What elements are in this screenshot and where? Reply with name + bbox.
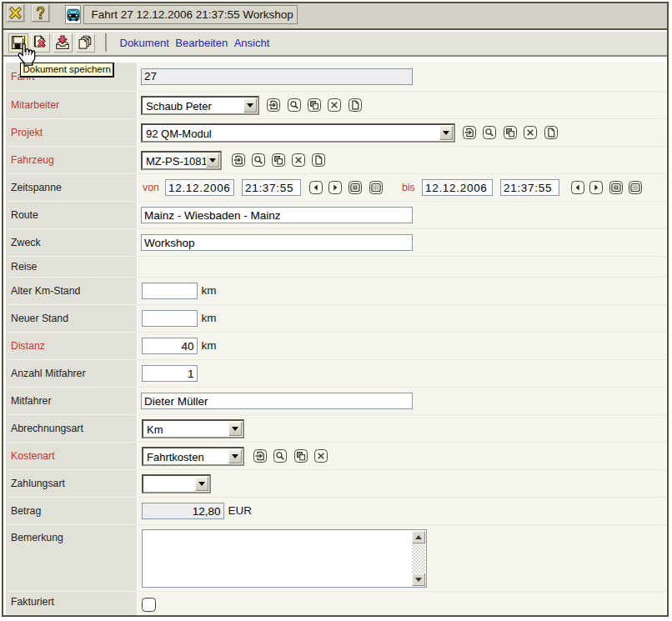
document-window: Fahrt 27 12.12.2006 21:37:55 Workshop Do…: [2, 2, 669, 617]
calendar-today-icon: [350, 183, 360, 193]
mitarbeiter-copy-button[interactable]: [308, 98, 321, 112]
von-prev-day-button[interactable]: [309, 181, 323, 194]
kostenart-select[interactable]: Fahrtkosten: [142, 447, 244, 466]
abrechnungsart-select[interactable]: Km: [142, 419, 244, 438]
search-icon: [275, 451, 285, 461]
fakturiert-checkbox[interactable]: [142, 598, 156, 612]
scroll-down-button[interactable]: [412, 573, 425, 586]
bis-calendar-button[interactable]: [629, 181, 642, 194]
fahrzeug-selected-value: MZ-PS-1081: [146, 154, 208, 168]
form-row-fahrzeug: Fahrzeug MZ-PS-1081: [3, 146, 667, 173]
fahrt-nummer-field: [141, 68, 413, 85]
new-document-icon: [313, 155, 323, 165]
bis-zeit-field[interactable]: [500, 179, 559, 196]
menu-bearbeiten[interactable]: Bearbeiten: [175, 37, 228, 49]
kostenart-clear-button[interactable]: [314, 449, 328, 463]
fakturiert-label: Fakturiert: [11, 596, 54, 608]
bis-today-button[interactable]: [609, 181, 623, 194]
menu-ansicht[interactable]: Ansicht: [234, 37, 270, 49]
chevron-down-icon: [232, 454, 238, 458]
field-cell: km: [138, 304, 665, 332]
scrollbar-track[interactable]: [412, 531, 425, 586]
label-cell: Neuer Stand: [6, 304, 137, 332]
von-calendar-button[interactable]: [369, 181, 383, 194]
mitarbeiter-search-button[interactable]: [288, 98, 301, 112]
kostenart-copy-button[interactable]: [294, 449, 308, 463]
alter-km-stand-label: Alter Km-Stand: [11, 285, 80, 297]
projekt-search-button[interactable]: [483, 126, 496, 139]
projekt-selected-value: 92 QM-Modul: [146, 127, 212, 141]
alter-km-stand-field[interactable]: [142, 283, 198, 299]
von-next-day-button[interactable]: [328, 181, 342, 194]
label-cell: Anzahl Mitfahrer: [6, 359, 137, 387]
route-field[interactable]: [141, 207, 413, 223]
mitarbeiter-dropdown-button[interactable]: [243, 98, 257, 113]
zahlungsart-select[interactable]: [142, 474, 211, 493]
help-button[interactable]: [32, 4, 49, 22]
projekt-select[interactable]: 92 QM-Modul: [141, 123, 455, 143]
von-datum-field[interactable]: [165, 179, 234, 196]
fahrzeug-dropdown-button[interactable]: [206, 153, 219, 168]
bis-datum-field[interactable]: [422, 179, 493, 196]
von-zeit-field[interactable]: [242, 179, 301, 196]
kostenart-search-button[interactable]: [273, 449, 287, 463]
field-cell: [138, 201, 665, 228]
arrow-left-icon: [573, 183, 583, 193]
close-x-icon: [8, 6, 23, 20]
projekt-newdoc-button[interactable]: [544, 126, 558, 139]
field-cell: von bis: [138, 173, 665, 201]
mitarbeiter-goto-button[interactable]: [267, 98, 280, 112]
distanz-field[interactable]: [142, 338, 198, 354]
label-cell: Betrag: [6, 497, 137, 524]
fahrzeug-clear-button[interactable]: [292, 153, 305, 167]
projekt-copy-button[interactable]: [504, 126, 517, 139]
window-title: Fahrt 27 12.12.2006 21:37:55 Workshop: [84, 6, 297, 23]
field-cell: [138, 63, 665, 92]
field-cell: Schaub Peter: [138, 91, 665, 118]
projekt-goto-button[interactable]: [463, 126, 476, 139]
eur-unit-label: EUR: [228, 504, 253, 518]
search-icon: [289, 100, 299, 110]
mitarbeiter-newdoc-button[interactable]: [349, 98, 362, 112]
bis-next-day-button[interactable]: [589, 181, 603, 194]
field-cell: [138, 359, 665, 387]
mitarbeiter-select[interactable]: Schaub Peter: [141, 96, 259, 115]
title-bar: Fahrt 27 12.12.2006 21:37:55 Workshop: [3, 3, 667, 28]
fahrzeug-newdoc-button[interactable]: [312, 153, 325, 167]
mitarbeiter-clear-button[interactable]: [328, 98, 341, 112]
von-today-button[interactable]: [349, 181, 362, 194]
fahrzeug-copy-button[interactable]: [272, 153, 285, 167]
archive-document-button[interactable]: [53, 33, 73, 53]
menu-dokument[interactable]: Dokument: [120, 37, 169, 49]
zeitspanne-label: Zeitspanne: [11, 182, 62, 193]
zahlungsart-dropdown-button[interactable]: [195, 477, 208, 491]
bis-prev-day-button[interactable]: [571, 181, 584, 194]
projekt-dropdown-button[interactable]: [439, 126, 453, 140]
projekt-clear-button[interactable]: [524, 126, 537, 139]
close-button[interactable]: [7, 4, 24, 22]
zweck-field[interactable]: [141, 234, 413, 251]
field-cell: Km: [138, 414, 665, 442]
window-title-box: Fahrt 27 12.12.2006 21:37:55 Workshop: [83, 5, 298, 24]
form-row-zahlungsart: Zahlungsart: [3, 469, 667, 497]
field-cell: km: [138, 332, 665, 359]
form-row-neuer-stand: Neuer Stand km: [3, 304, 667, 332]
neuer-stand-field[interactable]: [142, 310, 198, 327]
form-row-anzahl-mitfahrer: Anzahl Mitfahrer: [3, 359, 667, 387]
copy-document-button[interactable]: [76, 33, 96, 53]
kostenart-goto-button[interactable]: [253, 449, 267, 463]
bemerkung-textarea[interactable]: [142, 529, 427, 588]
fahrzeug-search-button[interactable]: [252, 153, 265, 167]
label-cell: Projekt: [6, 118, 137, 146]
label-cell: Distanz: [6, 332, 137, 359]
mitfahrer-field[interactable]: [141, 393, 413, 409]
label-cell: Abrechnungsart: [6, 414, 137, 442]
anzahl-mitfahrer-field[interactable]: [142, 365, 198, 382]
fahrzeug-select[interactable]: MZ-PS-1081: [141, 151, 222, 170]
abrechnungsart-dropdown-button[interactable]: [228, 422, 242, 436]
scroll-up-button[interactable]: [412, 531, 425, 543]
kostenart-dropdown-button[interactable]: [228, 449, 242, 463]
projekt-label: Projekt: [11, 127, 43, 138]
fahrzeug-goto-button[interactable]: [232, 153, 245, 167]
arrow-right-icon: [591, 183, 601, 193]
